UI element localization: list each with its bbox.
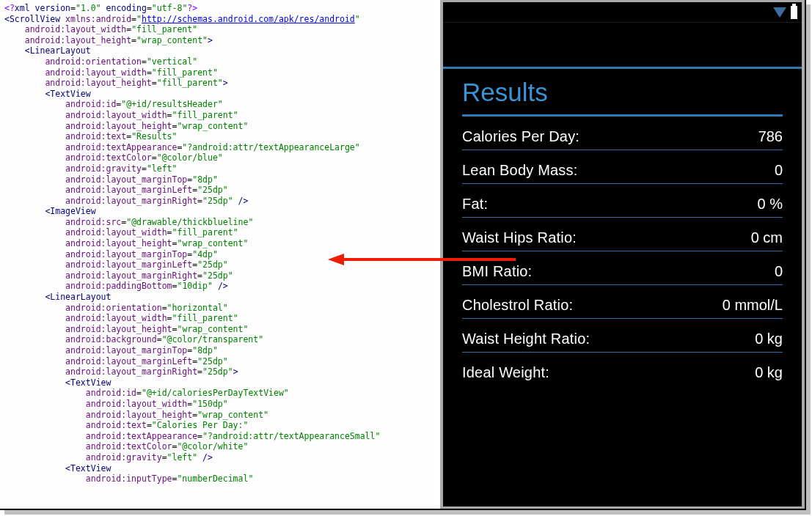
label-ideal-weight: Ideal Weight: [462,364,549,381]
results-panel[interactable]: Results Calories Per Day: 786 Lean Body … [443,78,802,386]
row-ideal-weight: Ideal Weight: 0 kg [462,353,783,386]
label-chol: Cholestrol Ratio: [462,297,573,314]
row-calories: Calories Per Day: 786 [462,117,783,150]
row-cholesterol: Cholestrol Ratio: 0 mmol/L [462,285,783,318]
signal-icon [773,7,786,18]
label-calories: Calories Per Day: [462,128,579,145]
row-waist-height: Waist Height Ratio: 0 kg [462,319,783,352]
battery-icon [791,6,797,19]
value-chol: 0 mmol/L [723,297,783,314]
value-lbm: 0 [775,162,783,179]
label-waist-hips: Waist Hips Ratio: [462,229,577,246]
value-waist-height: 0 kg [755,331,783,347]
results-header: Results [462,78,783,107]
label-fat: Fat: [462,196,488,213]
row-waist-hips: Waist Hips Ratio: 0 cm [462,218,783,251]
value-ideal-weight: 0 kg [755,364,783,381]
value-calories: 786 [758,128,783,145]
label-waist-height: Waist Height Ratio: [462,331,590,347]
value-waist-hips: 0 cm [751,229,783,246]
android-preview: Results Calories Per Day: 786 Lean Body … [440,0,805,509]
row-fat: Fat: 0 % [462,184,783,217]
xml-code-editor[interactable]: <?xml version="1.0" encoding="utf-8"?> <… [0,0,434,509]
value-fat: 0 % [758,196,783,213]
status-bar [443,2,802,23]
row-lean-body-mass: Lean Body Mass: 0 [462,150,783,183]
label-lbm: Lean Body Mass: [462,162,578,179]
value-bmi: 0 [775,263,783,280]
row-bmi: BMI Ratio: 0 [462,251,783,284]
top-divider [443,67,802,69]
label-bmi: BMI Ratio: [462,263,532,280]
